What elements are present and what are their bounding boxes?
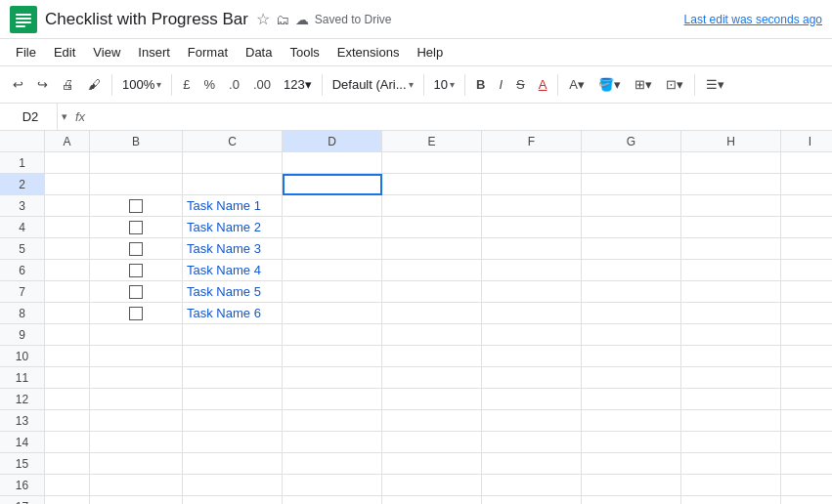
cell-C7[interactable]: Task Name 5	[183, 281, 283, 303]
cell-G4[interactable]	[582, 217, 681, 238]
cell-F6[interactable]	[482, 260, 582, 281]
cell-G15[interactable]	[582, 453, 681, 475]
row-num-4[interactable]: 4	[0, 217, 45, 238]
cell-B11[interactable]	[90, 367, 183, 389]
percent-button[interactable]: %	[198, 71, 220, 99]
cell-D10[interactable]	[283, 346, 382, 367]
checkbox-row-8[interactable]	[129, 307, 143, 320]
col-header-c[interactable]: C	[183, 131, 283, 152]
cell-D11[interactable]	[283, 367, 382, 389]
cell-A11[interactable]	[45, 367, 90, 389]
cell-A6[interactable]	[45, 260, 90, 281]
cell-C16[interactable]	[183, 475, 283, 496]
cell-H1[interactable]	[681, 152, 781, 174]
cell-F15[interactable]	[482, 453, 582, 475]
cell-I15[interactable]	[781, 453, 832, 475]
row-num-16[interactable]: 16	[0, 475, 45, 496]
cell-H8[interactable]	[681, 303, 781, 324]
cell-G3[interactable]	[582, 195, 681, 217]
row-num-5[interactable]: 5	[0, 238, 45, 260]
cell-B4[interactable]	[90, 217, 183, 238]
menu-data[interactable]: Data	[238, 42, 280, 63]
cell-D13[interactable]	[283, 410, 382, 432]
cell-B17[interactable]	[90, 496, 183, 504]
cell-C12[interactable]	[183, 389, 283, 410]
print-button[interactable]: 🖨	[57, 71, 79, 99]
menu-view[interactable]: View	[85, 42, 128, 63]
col-header-g[interactable]: G	[582, 131, 681, 152]
cell-F4[interactable]	[482, 217, 582, 238]
folder-icon[interactable]: 🗂	[276, 12, 289, 27]
cell-G5[interactable]	[582, 238, 681, 260]
cell-D6[interactable]	[283, 260, 382, 281]
col-header-d[interactable]: D	[283, 131, 382, 152]
cell-G6[interactable]	[582, 260, 681, 281]
cell-D16[interactable]	[283, 475, 382, 496]
cell-E7[interactable]	[382, 281, 482, 303]
cell-I1[interactable]	[781, 152, 832, 174]
cell-E1[interactable]	[382, 152, 482, 174]
cell-E8[interactable]	[382, 303, 482, 324]
cell-C6[interactable]: Task Name 4	[183, 260, 283, 281]
cell-H11[interactable]	[681, 367, 781, 389]
cell-A5[interactable]	[45, 238, 90, 260]
cell-F5[interactable]	[482, 238, 582, 260]
cell-A2[interactable]	[45, 174, 90, 195]
cell-D9[interactable]	[283, 324, 382, 346]
cell-B7[interactable]	[90, 281, 183, 303]
cell-C5[interactable]: Task Name 3	[183, 238, 283, 260]
cell-C9[interactable]	[183, 324, 283, 346]
cell-I17[interactable]	[781, 496, 832, 504]
cell-G14[interactable]	[582, 432, 681, 453]
cell-H9[interactable]	[681, 324, 781, 346]
cell-C4[interactable]: Task Name 2	[183, 217, 283, 238]
cell-F2[interactable]	[482, 174, 582, 195]
cell-H7[interactable]	[681, 281, 781, 303]
menu-format[interactable]: Format	[180, 42, 236, 63]
italic-button[interactable]: I	[494, 71, 507, 99]
cell-C11[interactable]	[183, 367, 283, 389]
cell-C10[interactable]	[183, 346, 283, 367]
cell-G12[interactable]	[582, 389, 681, 410]
decimal0-button[interactable]: .0	[224, 71, 244, 99]
cell-E6[interactable]	[382, 260, 482, 281]
formula-input[interactable]	[93, 109, 828, 124]
zoom-dropdown[interactable]: 100% ▾	[118, 71, 165, 99]
cell-H16[interactable]	[681, 475, 781, 496]
row-num-10[interactable]: 10	[0, 346, 45, 367]
col-header-f[interactable]: F	[482, 131, 582, 152]
cell-H6[interactable]	[681, 260, 781, 281]
cell-E15[interactable]	[382, 453, 482, 475]
col-header-a[interactable]: A	[45, 131, 90, 152]
cell-F14[interactable]	[482, 432, 582, 453]
row-num-2[interactable]: 2	[0, 174, 45, 195]
cell-H5[interactable]	[681, 238, 781, 260]
cell-A16[interactable]	[45, 475, 90, 496]
row-num-7[interactable]: 7	[0, 281, 45, 303]
cell-I6[interactable]	[781, 260, 832, 281]
cell-E17[interactable]	[382, 496, 482, 504]
row-num-8[interactable]: 8	[0, 303, 45, 324]
cell-B1[interactable]	[90, 152, 183, 174]
cell-I9[interactable]	[781, 324, 832, 346]
paint-format-button[interactable]: 🖌	[83, 71, 106, 99]
cell-B9[interactable]	[90, 324, 183, 346]
cell-D4[interactable]	[283, 217, 382, 238]
cell-B3[interactable]	[90, 195, 183, 217]
cell-E2[interactable]	[382, 174, 482, 195]
cell-B10[interactable]	[90, 346, 183, 367]
cell-G8[interactable]	[582, 303, 681, 324]
cell-D14[interactable]	[283, 432, 382, 453]
cell-F7[interactable]	[482, 281, 582, 303]
cell-H2[interactable]	[681, 174, 781, 195]
cell-F12[interactable]	[482, 389, 582, 410]
expand-formula-icon[interactable]: ▾	[62, 110, 67, 123]
cell-A4[interactable]	[45, 217, 90, 238]
cell-E10[interactable]	[382, 346, 482, 367]
row-num-1[interactable]: 1	[0, 152, 45, 174]
cell-C1[interactable]	[183, 152, 283, 174]
menu-extensions[interactable]: Extensions	[329, 42, 408, 63]
cell-D1[interactable]	[283, 152, 382, 174]
cell-F3[interactable]	[482, 195, 582, 217]
cell-I14[interactable]	[781, 432, 832, 453]
